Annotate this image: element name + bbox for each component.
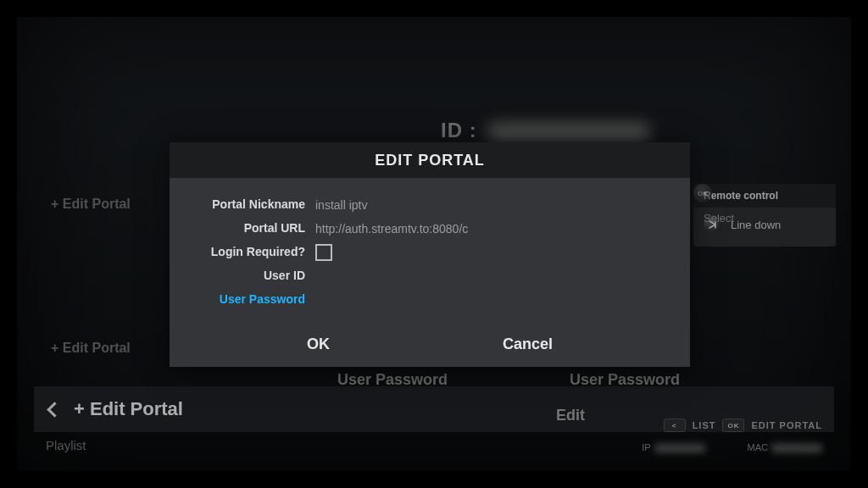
field-userid-row: User ID [170,264,690,286]
dialog-body: Portal Nickname install iptv Portal URL … [170,178,690,320]
field-url-row: Portal URL http://auth.streamtv.to:8080/… [170,217,690,239]
field-password-row: User Password [170,288,690,310]
field-userid-label: User ID [170,269,315,282]
field-login-checkbox[interactable] [315,244,332,261]
ok-button[interactable]: OK [307,336,330,353]
field-password-label: User Password [170,292,315,306]
field-login-label: Login Required? [170,245,315,258]
remote-hint-select: OK Select [693,184,836,247]
dialog-title: EDIT PORTAL [170,142,690,178]
remote-control-panel: Remote control Line down OK Select [693,184,836,247]
field-login-row: Login Required? [170,241,690,263]
field-nickname-row: Portal Nickname install iptv [170,193,690,215]
edit-portal-dialog: EDIT PORTAL Portal Nickname install iptv… [170,142,690,367]
select-ok-icon: OK [693,184,712,202]
field-url-input[interactable]: http://auth.streamtv.to:8080/c [315,221,690,236]
dialog-buttons: OK Cancel [170,320,690,367]
field-userid-input[interactable] [315,275,690,276]
cancel-button[interactable]: Cancel [503,336,553,353]
field-url-label: Portal URL [170,221,315,235]
remote-hint-select-label: Select [704,212,734,225]
field-password-input[interactable] [315,299,690,300]
field-nickname-input[interactable]: install iptv [315,197,690,212]
field-nickname-label: Portal Nickname [170,197,315,211]
